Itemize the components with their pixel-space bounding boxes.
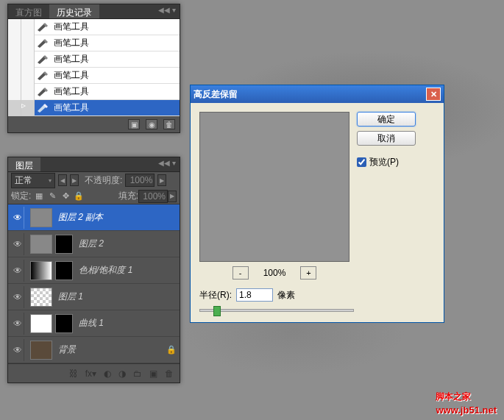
lock-all-icon[interactable]: 🔒 (74, 191, 84, 202)
history-item-label: 画笔工具 (54, 53, 89, 65)
history-panel: 直方图 历史记录 ◀◀ ▾ 画笔工具 画笔工具 画笔工具 画笔工具 画笔工具 ▹… (7, 4, 180, 133)
lock-position-icon[interactable]: ✥ (60, 191, 71, 202)
adjustment-thumb[interactable] (30, 261, 52, 280)
visibility-icon[interactable]: 👁 (11, 313, 24, 335)
lock-transparency-icon[interactable]: ▦ (34, 191, 44, 202)
brush-icon (37, 21, 52, 33)
history-item-label: 画笔工具 (54, 69, 89, 82)
high-pass-dialog: 高反差保留 ✕ - 100% + 确定 取消 预览(P) 半径(R): 像素 (190, 85, 444, 323)
dialog-titlebar[interactable]: 高反差保留 ✕ (191, 85, 444, 103)
adjustment-icon[interactable]: ◑ (118, 369, 126, 379)
visibility-icon[interactable]: 👁 (11, 286, 24, 308)
history-item[interactable]: 画笔工具 (8, 19, 180, 35)
layer-thumb[interactable] (30, 341, 52, 360)
radius-input[interactable] (236, 288, 273, 302)
ok-button[interactable]: 确定 (357, 112, 416, 127)
history-footer: ▣ ◉ 🗑 (8, 116, 180, 132)
new-layer-icon[interactable]: ▣ (149, 369, 157, 379)
layer-row[interactable]: 👁 背景 🔒 (8, 337, 180, 363)
brush-icon (37, 54, 52, 65)
history-tabs: 直方图 历史记录 ◀◀ ▾ (8, 4, 180, 19)
prev-blend-icon[interactable]: ◀ (58, 174, 67, 186)
mask-icon[interactable]: ◐ (104, 369, 111, 379)
opacity-input[interactable]: 100% (125, 174, 155, 187)
history-item-label: 画笔工具 (54, 102, 89, 114)
layer-name: 图层 1 (58, 291, 83, 303)
history-item[interactable]: 画笔工具 (8, 68, 180, 84)
lock-icon: 🔒 (166, 345, 177, 355)
layer-row[interactable]: 👁 图层 2 (8, 231, 180, 257)
history-item[interactable]: 画笔工具 (8, 84, 180, 100)
layer-thumb[interactable] (30, 288, 52, 307)
history-item-selected[interactable]: ▹画笔工具 (8, 100, 180, 116)
next-blend-icon[interactable]: ▶ (70, 174, 79, 186)
layer-name: 图层 2 (79, 238, 104, 250)
blend-mode-row: 正常▾ ◀ ▶ 不透明度: 100% ▶ (8, 172, 180, 188)
group-icon[interactable]: 🗀 (133, 369, 142, 379)
preview-box[interactable] (199, 112, 349, 262)
radius-slider[interactable] (199, 309, 354, 312)
layer-row[interactable]: 👁 图层 1 (8, 284, 180, 310)
preview-label: 预览(P) (369, 156, 399, 168)
adjustment-thumb[interactable] (30, 314, 52, 333)
blend-mode-dropdown[interactable]: 正常▾ (11, 173, 55, 188)
layer-name: 色相/饱和度 1 (79, 264, 132, 277)
visibility-icon[interactable]: 👁 (11, 207, 24, 229)
zoom-out-button[interactable]: - (233, 266, 249, 280)
collapse-icon[interactable]: ◀◀ ▾ (155, 4, 180, 18)
layer-mask-thumb[interactable] (55, 235, 73, 254)
zoom-in-button[interactable]: + (300, 266, 316, 280)
layer-mask-thumb[interactable] (55, 314, 73, 333)
layer-thumb[interactable] (30, 235, 52, 254)
layers-footer: ⛓ fx▾ ◐ ◑ 🗀 ▣ 🗑 (8, 363, 180, 382)
tab-layers[interactable]: 图层 (8, 157, 40, 171)
trash-icon[interactable]: 🗑 (163, 119, 175, 129)
layer-row-selected[interactable]: 👁 图层 2 副本 (8, 204, 180, 231)
fill-input[interactable]: 100% (138, 190, 168, 203)
zoom-value: 100% (263, 268, 286, 278)
visibility-icon[interactable]: 👁 (11, 260, 24, 282)
radius-label: 半径(R): (199, 289, 232, 302)
close-icon[interactable]: ✕ (426, 88, 441, 101)
new-document-icon[interactable]: ▣ (128, 119, 140, 129)
link-layers-icon[interactable]: ⛓ (69, 369, 78, 379)
visibility-icon[interactable]: 👁 (11, 233, 24, 255)
visibility-icon[interactable]: 👁 (11, 339, 24, 361)
layer-mask-thumb[interactable] (55, 261, 73, 280)
layers-panel: 图层 ◀◀ ▾ 正常▾ ◀ ▶ 不透明度: 100% ▶ 锁定: ▦ ✎ ✥ 🔒… (7, 157, 180, 383)
fill-label: 填充: (118, 190, 138, 202)
layer-name: 曲线 1 (79, 317, 104, 330)
brush-icon (37, 102, 52, 114)
collapse-icon[interactable]: ◀◀ ▾ (155, 157, 180, 171)
history-list: 画笔工具 画笔工具 画笔工具 画笔工具 画笔工具 ▹画笔工具 (8, 19, 180, 116)
history-item[interactable]: 画笔工具 (8, 51, 180, 68)
brush-icon (37, 70, 52, 82)
layer-row[interactable]: 👁 曲线 1 (8, 310, 180, 337)
lock-paint-icon[interactable]: ✎ (47, 191, 57, 202)
radius-unit: 像素 (277, 289, 295, 302)
tab-history[interactable]: 历史记录 (49, 4, 99, 18)
history-item[interactable]: 画笔工具 (8, 35, 180, 51)
preview-checkbox-row[interactable]: 预览(P) (357, 156, 399, 168)
opacity-label: 不透明度: (85, 174, 122, 187)
trash-icon[interactable]: 🗑 (165, 369, 174, 379)
snapshot-icon[interactable]: ◉ (146, 119, 157, 129)
fx-icon[interactable]: fx▾ (85, 369, 96, 379)
preview-checkbox[interactable] (357, 157, 366, 167)
layer-thumb[interactable] (30, 208, 52, 227)
history-item-label: 画笔工具 (54, 37, 89, 49)
layer-list: 👁 图层 2 副本 👁 图层 2 👁 色相/饱和度 1 👁 图层 1 👁 曲线 … (8, 204, 180, 363)
fill-flyout-icon[interactable]: ▶ (168, 191, 177, 202)
brush-icon (37, 38, 52, 49)
opacity-flyout-icon[interactable]: ▶ (157, 174, 166, 186)
history-item-label: 画笔工具 (54, 21, 89, 33)
brush-icon (37, 86, 52, 98)
lock-row: 锁定: ▦ ✎ ✥ 🔒 填充: 100% ▶ (8, 188, 180, 204)
lock-label: 锁定: (11, 190, 31, 202)
layer-row[interactable]: 👁 色相/饱和度 1 (8, 257, 180, 284)
layers-tabs: 图层 ◀◀ ▾ (8, 157, 180, 172)
dialog-title: 高反差保留 (194, 88, 426, 101)
tab-histogram[interactable]: 直方图 (8, 4, 49, 18)
cancel-button[interactable]: 取消 (357, 131, 416, 146)
slider-thumb[interactable] (213, 306, 221, 316)
